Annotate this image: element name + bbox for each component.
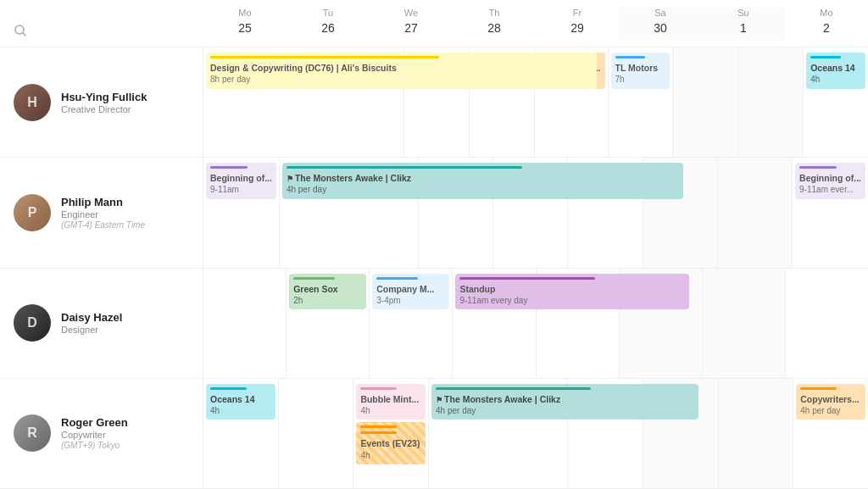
body-row: HHsu-Ying FullickCreative DirectorDesign… — [0, 47, 868, 489]
day-col-2: Bubble Mint...4hEvents (EV23)4h — [353, 379, 429, 488]
day-col-3: Standup9-11am every day — [453, 269, 536, 378]
calendar-event[interactable]: Beginning of...9-11am — [206, 163, 276, 199]
day-col-6 — [703, 269, 786, 378]
calendar-event[interactable]: Standup9-11am every day — [455, 274, 688, 310]
day-col-3: ⚑The Monsters Awake | Clikz4h per day — [429, 379, 568, 488]
person-tz: (GMT+9) Tokyo — [61, 441, 189, 450]
day-col-7: Oceans 144h — [804, 47, 868, 157]
event-sub: 3-4pm — [376, 295, 445, 307]
person-role: Designer — [61, 325, 189, 335]
day-col-7: Beginning of...9-11am ever... — [793, 158, 868, 267]
day-name: Tu — [323, 8, 333, 18]
event-title: Copywriters... — [800, 393, 861, 405]
person-row-philip: PPhilip MannEngineer(GMT-4) Eastern Time… — [0, 158, 868, 268]
calendar-event[interactable]: Oceans 144h — [806, 53, 865, 89]
calendar-event[interactable]: ⚑The Monsters Awake | Clikz4h per day — [282, 163, 683, 199]
event-sub: 4h per day — [800, 405, 861, 417]
event-title: Company M... — [376, 283, 445, 295]
person-details: Philip MannEngineer(GMT-4) Eastern Time — [61, 196, 189, 230]
day-col-4: TL Motors7h — [609, 47, 674, 157]
day-header-we27: We 27 — [370, 8, 453, 40]
person-info-hsu-ying: HHsu-Ying FullickCreative Director — [0, 47, 203, 157]
day-name: Su — [737, 8, 748, 18]
event-title: Beginning of... — [799, 172, 861, 184]
calendar-event[interactable]: Design & Copywriting (DC76) | Ali's Bisc… — [206, 53, 597, 89]
calendar-event[interactable]: Events (EV23)4h — [356, 422, 426, 464]
event-sub: 7h — [615, 74, 666, 86]
person-info-daisy: DDaisy HazelDesigner — [0, 269, 203, 378]
day-col-0: Design & Copywriting (DC76) | Ali's Bisc… — [203, 47, 404, 157]
event-sub: 4h per day — [287, 184, 679, 196]
day-header-th28: Th 28 — [453, 8, 536, 40]
event-sub: 8h per day — [210, 74, 593, 86]
calendar-event[interactable]: Copywriters...4h per day — [796, 384, 865, 420]
day-header-sa30: Sa 30 — [619, 8, 702, 40]
calendar-event[interactable]: Oceans 144h — [206, 384, 275, 420]
cal-grid-philip: Beginning of...9-11am⚑The Monsters Awake… — [203, 158, 868, 267]
day-col-5 — [673, 47, 738, 157]
avatar: R — [14, 414, 51, 452]
calendar-event[interactable]: Green Sox2h — [289, 274, 366, 310]
person-role: Copywriter — [61, 430, 189, 440]
day-col-6 — [719, 379, 794, 488]
header-row: Mo 25 Tu 26 We 27 Th 28 Fr 29 Sa 30 Su 1… — [0, 0, 868, 47]
day-num: 29 — [567, 18, 587, 38]
event-title: TL Motors — [615, 62, 666, 74]
person-row-roger: RRoger GreenCopywriter(GMT+9) TokyoOcean… — [0, 379, 868, 489]
day-col-1: Green Sox2h — [287, 269, 370, 378]
event-sub: 2h — [293, 295, 362, 307]
day-col-6 — [738, 47, 804, 157]
event-title: Oceans 14 — [810, 62, 861, 74]
person-details: Hsu-Ying FullickCreative Director — [61, 91, 189, 114]
day-col-0: Beginning of...9-11am — [203, 158, 280, 267]
event-sub: 9-11am ever... — [799, 184, 861, 196]
person-name: Roger Green — [61, 416, 189, 429]
day-num: 28 — [484, 18, 504, 38]
day-num: 25 — [235, 18, 255, 38]
day-col-6 — [718, 158, 793, 267]
cal-grid-roger: Oceans 144hBubble Mint...4hEvents (EV23)… — [203, 379, 868, 488]
event-title: Green Sox — [293, 283, 362, 295]
day-col-0 — [203, 269, 287, 378]
day-header-mo2: Mo 2 — [785, 8, 868, 40]
day-col-7: Copywriters...4h per day — [793, 379, 868, 488]
calendar-event[interactable]: Beginning of...9-11am ever... — [795, 163, 865, 199]
svg-line-1 — [23, 33, 25, 36]
day-num: 26 — [318, 18, 338, 38]
event-title: Beginning of... — [210, 172, 272, 184]
day-name: Mo — [238, 8, 251, 18]
day-header-fr29: Fr 29 — [536, 8, 619, 40]
event-sub: 4h — [210, 405, 271, 417]
day-name: We — [404, 8, 418, 18]
day-num: 2 — [816, 18, 837, 38]
person-tz: (GMT-4) Eastern Time — [61, 220, 189, 230]
calendar-event[interactable]: Bubble Mint...4h — [356, 384, 426, 420]
day-name: Mo — [820, 8, 832, 18]
avatar: H — [14, 84, 51, 121]
search-icon[interactable] — [14, 24, 27, 40]
avatar: D — [14, 304, 51, 342]
day-col-7 — [786, 269, 868, 378]
event-title: Bubble Mint... — [360, 393, 421, 405]
calendar-event[interactable]: ⚑The Monsters Awake | Clikz4h per day — [431, 384, 698, 420]
person-row-daisy: DDaisy HazelDesignerGreen Sox2hCompany M… — [0, 269, 868, 379]
event-title: ⚑The Monsters Awake | Clikz — [287, 172, 679, 184]
person-role: Creative Director — [61, 104, 189, 114]
event-sub: 9-11am — [210, 184, 272, 196]
calendar-event[interactable]: Company M...3-4pm — [372, 274, 449, 310]
event-sub: 4h — [360, 405, 421, 417]
day-col-2: Company M...3-4pm — [370, 269, 453, 378]
day-col-1 — [279, 379, 354, 488]
person-details: Daisy HazelDesigner — [61, 311, 189, 335]
event-title: Events (EV23) — [360, 437, 421, 449]
day-name: Sa — [654, 8, 665, 18]
calendar-event[interactable]: TL Motors7h — [611, 53, 670, 89]
person-name: Hsu-Ying Fullick — [61, 91, 189, 103]
event-sub: 4h — [810, 74, 861, 86]
day-header-su1: Su 1 — [702, 8, 785, 40]
day-header-mo25: Mo 25 — [203, 8, 287, 40]
event-title: Standup — [459, 283, 684, 295]
person-details: Roger GreenCopywriter(GMT+9) Tokyo — [61, 416, 189, 450]
day-num: 1 — [733, 18, 754, 38]
day-num: 30 — [650, 18, 670, 38]
